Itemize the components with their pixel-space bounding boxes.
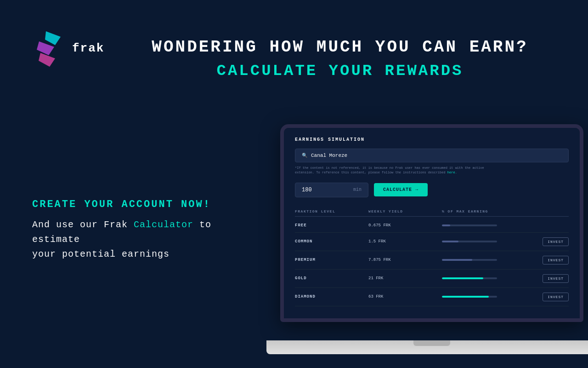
row-bar-container: [442, 224, 569, 226]
row-bar-container: [442, 296, 543, 298]
desc-text: And use our Frak Calculator to estimatey…: [32, 218, 239, 262]
bar-fill: [442, 241, 458, 242]
min-label: min: [353, 187, 362, 192]
bar-bg: [442, 224, 497, 226]
col-header-pct: % OF MAX EARNING: [442, 209, 569, 213]
col-header-yield: WEEKLY YIELD: [368, 209, 442, 213]
desc-highlight: Calculator: [134, 219, 193, 230]
min-input[interactable]: 180 min: [295, 183, 368, 197]
logo-text: frak: [72, 41, 104, 55]
col-header-level: FRAKTION LEVEL: [295, 209, 368, 213]
row-yield: 7.875 FRK: [368, 258, 442, 262]
laptop-notch: [413, 340, 450, 346]
headline-sub: CALCULATE YOUR REWARDS: [124, 62, 556, 80]
row-yield: 0.675 FRK: [368, 223, 442, 228]
row-bar-container: [442, 277, 543, 279]
desc-part1: And use our Frak: [32, 219, 128, 230]
logo-area: frak: [32, 28, 104, 69]
svg-marker-2: [37, 41, 54, 55]
calculate-button[interactable]: CALCULATE →: [374, 183, 428, 196]
bar-fill: [442, 277, 483, 279]
laptop-screen: EARNINGS SIMULATION 🔍 Canal Moreze *If t…: [280, 124, 583, 322]
row-yield: 1.5 FRK: [368, 239, 442, 244]
screen-content: EARNINGS SIMULATION 🔍 Canal Moreze *If t…: [284, 128, 580, 318]
invest-button[interactable]: INVEST: [543, 274, 569, 283]
table-header: FRAKTION LEVEL WEEKLY YIELD % OF MAX EAR…: [295, 207, 569, 217]
row-bar-container: [442, 259, 543, 261]
frak-logo-icon: [32, 28, 67, 69]
invest-button[interactable]: INVEST: [543, 293, 569, 301]
row-level: COMMON: [295, 239, 368, 244]
table-row: FREE0.675 FRK: [295, 218, 569, 233]
laptop-mockup: EARNINGS SIMULATION 🔍 Canal Moreze *If t…: [266, 124, 588, 354]
svg-marker-1: [45, 31, 61, 45]
search-icon: 🔍: [302, 153, 307, 158]
table-row: PREMIUM7.875 FRK INVEST: [295, 251, 569, 270]
row-level: PREMIUM: [295, 258, 368, 262]
min-value: 180: [302, 187, 312, 193]
invest-button[interactable]: INVEST: [543, 256, 569, 264]
bar-fill: [442, 296, 489, 298]
headline-main: WONDERING HOW MUCH YOU CAN EARN?: [124, 37, 556, 58]
invest-button[interactable]: INVEST: [543, 237, 569, 246]
search-value: Canal Moreze: [311, 153, 347, 158]
sim-title: EARNINGS SIMULATION: [295, 137, 569, 142]
table-row: DIAMOND63 FRK INVEST: [295, 288, 569, 306]
bar-bg: [442, 259, 497, 261]
table-row: GOLD21 FRK INVEST: [295, 270, 569, 288]
input-row: 180 min CALCULATE →: [295, 183, 569, 197]
headline-area: WONDERING HOW MUCH YOU CAN EARN? CALCULA…: [124, 37, 556, 80]
row-bar-container: [442, 241, 543, 242]
bar-fill: [442, 259, 472, 261]
bar-fill: [442, 224, 450, 226]
laptop-base: [266, 340, 588, 354]
svg-marker-3: [39, 53, 55, 67]
bar-bg: [442, 241, 497, 242]
search-box[interactable]: 🔍 Canal Moreze: [295, 149, 569, 162]
row-yield: 21 FRK: [368, 276, 442, 281]
table-body: FREE0.675 FRK COMMON1.5 FRK INVESTPREMIU…: [295, 218, 569, 306]
bar-bg: [442, 277, 497, 279]
row-yield: 63 FRK: [368, 294, 442, 299]
bar-bg: [442, 296, 497, 298]
small-note: *If the content is not referenced, it is…: [295, 166, 569, 175]
table-row: COMMON1.5 FRK INVEST: [295, 233, 569, 251]
row-level: GOLD: [295, 276, 368, 281]
row-level: DIAMOND: [295, 294, 368, 299]
row-level: FREE: [295, 223, 368, 228]
left-section: CREATE YOUR ACCOUNT NOW! And use our Fra…: [32, 198, 239, 262]
cta-text: CREATE YOUR ACCOUNT NOW!: [32, 198, 239, 212]
